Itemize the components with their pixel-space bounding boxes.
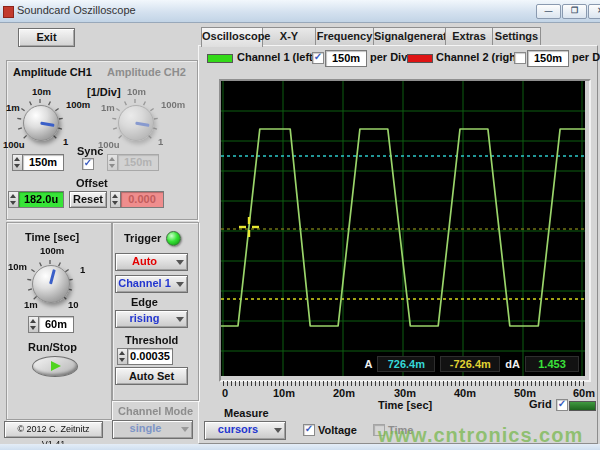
measure-title: Measure — [224, 407, 269, 419]
time-knob-needle — [49, 269, 56, 284]
copyright-label: © 2012 C. Zeitnitz V1.41 — [4, 421, 103, 438]
x-axis-ruler — [223, 381, 587, 386]
amplitude-ch1-title: Amplitude CH1 — [13, 66, 92, 78]
app-icon — [3, 6, 14, 18]
scope-plot[interactable] — [221, 81, 585, 376]
channel1-per-div-field[interactable]: 150m — [325, 50, 367, 67]
exit-button[interactable]: Exit — [18, 28, 75, 47]
tab-frequency[interactable]: Frequency — [315, 27, 374, 46]
tab-oscilloscope[interactable]: Oscilloscope — [201, 27, 263, 47]
cursor-readout: A 726.4m -726.4m dA 1.453 — [364, 356, 579, 372]
edge-label: Edge — [131, 296, 158, 308]
amplitude-ch1-field[interactable]: 150m — [22, 154, 64, 171]
play-icon — [51, 361, 61, 371]
channel2-checkbox[interactable] — [514, 52, 526, 64]
grid-label: Grid — [529, 398, 552, 410]
x-tick-0: 0 — [222, 387, 228, 399]
tab-extras[interactable]: Extras — [445, 27, 493, 46]
readout-cursor-a-value: 726.4m — [377, 356, 435, 372]
scope-display-frame: A 726.4m -726.4m dA 1.453 — [219, 79, 591, 382]
amplitude-ch1-knob[interactable] — [23, 105, 59, 141]
ch1-knob-needle — [40, 122, 54, 127]
x-tick-2: 20m — [333, 387, 355, 399]
x-tick-6: 60m — [573, 387, 595, 399]
window-title: Soundcard Oszilloscope — [17, 4, 136, 16]
tab-xy-graph[interactable]: X-Y Graph — [262, 27, 316, 46]
readout-a-label: A — [364, 358, 372, 370]
channel1-color-swatch — [207, 54, 233, 63]
sync-checkbox[interactable]: ✓ — [82, 158, 94, 170]
ch2-scale-10m: 10m — [127, 86, 146, 97]
amplitude-ch2-knob[interactable] — [118, 105, 154, 141]
channel2-label: Channel 2 (right) — [436, 51, 523, 63]
chevron-down-icon — [176, 317, 184, 322]
x-tick-4: 40m — [454, 387, 476, 399]
ch2-knob-needle — [135, 122, 149, 127]
channel-mode-label: Channel Mode — [118, 405, 193, 417]
channel2-per-div-label: per Div — [572, 51, 600, 63]
reset-button[interactable]: Reset — [69, 191, 107, 208]
time-knob[interactable] — [32, 265, 70, 303]
channel1-checkbox[interactable]: ✓ — [312, 52, 324, 64]
trigger-edge-value: rising — [116, 311, 173, 327]
per-div-unit-label: [1/Div] — [87, 86, 121, 98]
trigger-edge-select[interactable]: rising — [115, 310, 188, 328]
grid-color-swatch — [569, 401, 596, 411]
app-window: Soundcard Oszilloscope — ❐ ✕ Exit Oscill… — [0, 0, 600, 450]
channel-mode-value: single — [113, 421, 178, 438]
readout-da-label: dA — [505, 358, 520, 370]
run-stop-label: Run/Stop — [28, 341, 77, 353]
threshold-field[interactable]: 0.00035 — [127, 348, 173, 365]
maximize-button[interactable]: ❐ — [562, 4, 587, 19]
chevron-down-icon — [274, 428, 282, 433]
offset-label: Offset — [76, 177, 108, 189]
window-bottom-edge — [0, 444, 600, 450]
trigger-led — [166, 231, 181, 246]
chevron-down-icon — [176, 282, 184, 287]
time-field[interactable]: 60m — [38, 316, 74, 333]
channel2-color-swatch — [407, 54, 433, 63]
measure-mode-value: cursors — [205, 422, 271, 439]
trigger-mode-select[interactable]: Auto — [115, 253, 188, 271]
channel1-per-div-label: per Div — [370, 51, 407, 63]
x-axis-title: Time [sec] — [378, 399, 432, 411]
close-button[interactable]: ✕ — [588, 4, 600, 19]
title-bar[interactable]: Soundcard Oszilloscope — ❐ ✕ — [0, 0, 600, 23]
voltage-label: Voltage — [318, 424, 357, 436]
run-stop-button[interactable] — [32, 356, 78, 377]
time-scale-100m: 100m — [40, 245, 64, 256]
offset-ch2-field[interactable]: 0.000 — [120, 191, 164, 208]
trigger-source-select[interactable]: Channel 1 — [115, 275, 188, 293]
time-title: Time [sec] — [25, 231, 79, 243]
readout-delta-value: 1.453 — [525, 356, 579, 372]
trigger-source-value: Channel 1 — [116, 276, 173, 292]
ch1-scale-100m: 100m — [66, 99, 90, 110]
readout-cursor-b-value: -726.4m — [440, 356, 500, 372]
offset-ch1-field[interactable]: 182.0u — [18, 191, 64, 208]
sync-label: Sync — [77, 145, 103, 157]
channel-mode-select[interactable]: single — [112, 420, 193, 439]
auto-set-button[interactable]: Auto Set — [115, 367, 188, 385]
amplitude-ch2-title: Amplitude CH2 — [107, 66, 186, 78]
chevron-down-icon — [181, 427, 189, 432]
x-tick-1: 10m — [273, 387, 295, 399]
ch1-scale-10m: 10m — [32, 86, 51, 97]
x-tick-3: 30m — [394, 387, 416, 399]
channel1-label: Channel 1 (left) — [237, 51, 316, 63]
tab-signalgenerator[interactable]: Signalgenerator — [373, 27, 446, 46]
ch2-scale-100m: 100m — [161, 99, 185, 110]
time-scale-1: 1 — [80, 264, 85, 275]
threshold-label: Threshold — [125, 334, 178, 346]
trigger-mode-value: Auto — [116, 254, 173, 270]
voltage-checkbox[interactable]: ✓ — [303, 424, 315, 436]
channel2-per-div-field[interactable]: 150m — [527, 50, 569, 67]
trigger-title: Trigger — [124, 232, 161, 244]
chevron-down-icon — [176, 260, 184, 265]
minimize-button[interactable]: — — [536, 4, 561, 19]
time-scale-10m: 10m — [8, 261, 27, 272]
grid-checkbox[interactable]: ✓ — [556, 399, 568, 411]
measure-mode-select[interactable]: cursors — [204, 421, 286, 440]
tab-settings[interactable]: Settings — [492, 27, 541, 46]
amplitude-ch2-field[interactable]: 150m — [117, 154, 159, 171]
